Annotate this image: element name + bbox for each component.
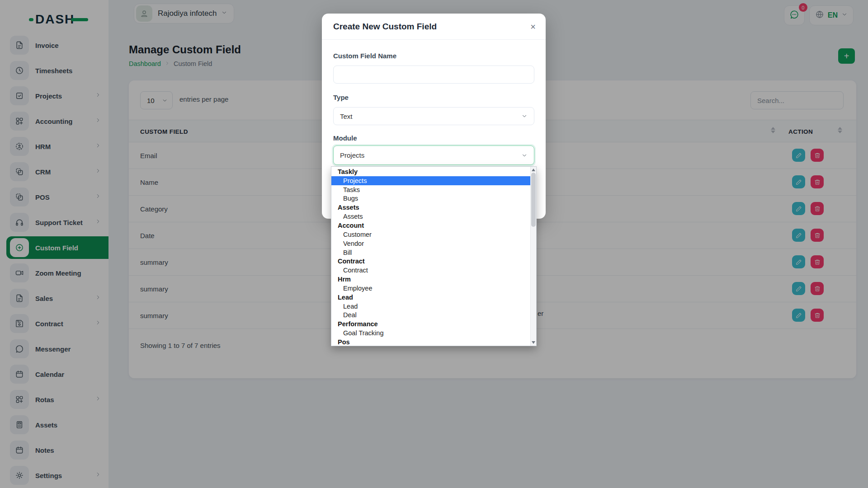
option-group: Taskly — [331, 167, 530, 176]
close-icon[interactable]: × — [530, 22, 536, 31]
option-group: Contract — [331, 257, 530, 266]
option[interactable]: Goal Tracking — [331, 328, 530, 338]
option-group: Assets — [331, 203, 530, 212]
scroll-down-icon[interactable] — [532, 341, 535, 344]
option[interactable]: Customer — [331, 230, 530, 239]
type-select-value: Text — [340, 113, 353, 120]
option-selected[interactable]: Projects — [331, 176, 530, 185]
scroll-up-icon[interactable] — [532, 169, 535, 171]
option[interactable]: Bill — [331, 248, 530, 257]
option-group: Pos — [331, 338, 530, 346]
option-group: Lead — [331, 293, 530, 302]
option[interactable]: Deal — [331, 311, 530, 320]
custom-field-name-input[interactable] — [333, 66, 534, 84]
scrollbar-thumb[interactable] — [531, 173, 536, 227]
type-select[interactable]: Text — [333, 107, 534, 125]
module-options: Taskly Projects Tasks Bugs Assets Assets… — [331, 167, 530, 346]
chevron-down-icon — [521, 113, 528, 119]
app-root: DASH Invoice Timesheets Projects Account… — [0, 0, 868, 488]
option[interactable]: Assets — [331, 212, 530, 221]
option-group: Performance — [331, 319, 530, 328]
module-dropdown-list: Taskly Projects Tasks Bugs Assets Assets… — [331, 166, 537, 346]
type-label: Type — [333, 94, 349, 101]
option[interactable]: Vendor — [331, 239, 530, 248]
option[interactable]: Contract — [331, 266, 530, 275]
option-group: Account — [331, 221, 530, 230]
option[interactable]: Bugs — [331, 194, 530, 203]
option-group: Hrm — [331, 275, 530, 284]
custom-field-name-label: Custom Field Name — [333, 52, 396, 60]
chevron-down-icon — [521, 152, 528, 159]
option[interactable]: Tasks — [331, 185, 530, 194]
module-select-value: Projects — [340, 151, 364, 159]
modal-title: Create New Custom Field — [333, 22, 437, 32]
option[interactable]: Lead — [331, 302, 530, 311]
module-label: Module — [333, 134, 357, 142]
modal-header: Create New Custom Field × — [322, 14, 546, 40]
dropdown-scrollbar[interactable] — [530, 167, 536, 346]
module-select[interactable]: Projects — [333, 145, 534, 165]
option[interactable]: Employee — [331, 284, 530, 293]
